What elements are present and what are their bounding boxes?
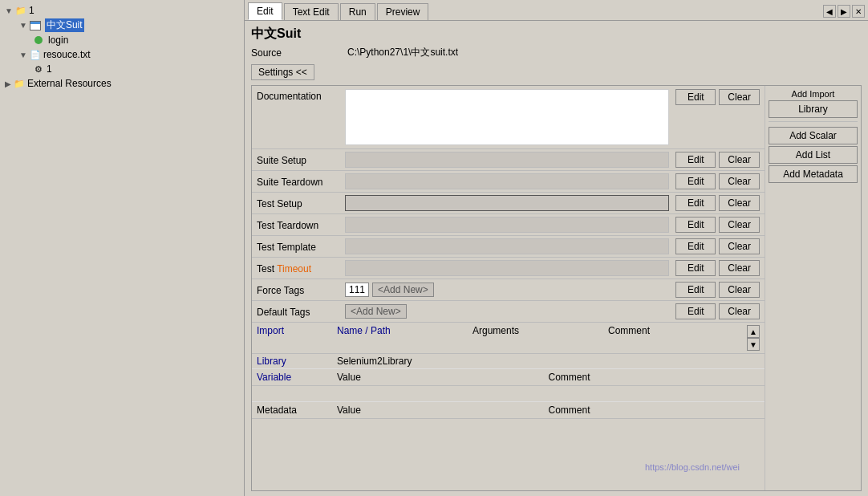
- doc-clear-btn[interactable]: Clear: [719, 89, 760, 105]
- default-tags-label: Default Tags: [257, 305, 345, 318]
- source-value: C:\Python27\1\中文suit.txt: [347, 46, 458, 59]
- test-teardown-row: Test Teardown Edit Clear: [252, 214, 765, 236]
- suite-teardown-input[interactable]: [345, 173, 669, 189]
- var-empty-3: [549, 388, 761, 400]
- test-setup-label: Test Setup: [257, 197, 345, 209]
- default-tags-row: Default Tags <Add New> Edit Clear: [252, 301, 765, 323]
- tab-prev-btn[interactable]: ◀: [823, 5, 836, 18]
- default-tags-clear-btn[interactable]: Clear: [719, 303, 760, 319]
- test-setup-btns: Edit Clear: [675, 195, 760, 211]
- metadata-col-val: Value: [337, 405, 549, 416]
- tree-item-root[interactable]: ▼ 📁 1: [3, 3, 241, 18]
- variable-col-val: Value: [337, 372, 549, 383]
- test-timeout-btns: Edit Clear: [675, 260, 760, 276]
- suite-teardown-edit-btn[interactable]: Edit: [675, 173, 716, 189]
- suite-setup-btns: Edit Clear: [675, 152, 760, 168]
- tab-close-btn[interactable]: ✕: [852, 5, 865, 18]
- test-template-input[interactable]: [345, 238, 669, 254]
- add-import-label: Add Import: [769, 89, 858, 99]
- expand-icon-external[interactable]: ▶: [5, 79, 11, 88]
- suite-icon: [29, 19, 42, 32]
- folder-icon: 📁: [14, 4, 27, 17]
- force-tags-edit-btn[interactable]: Edit: [675, 282, 716, 298]
- test-label-part: Test: [257, 263, 277, 274]
- settings-fields: Documentation Edit Clear Suite Setup: [252, 86, 765, 490]
- add-metadata-btn[interactable]: Add Metadata: [769, 165, 858, 183]
- tab-preview[interactable]: Preview: [377, 3, 429, 20]
- tree-item-external[interactable]: ▶ 📁 External Resources: [3, 76, 241, 91]
- variable-col-var: Variable: [257, 372, 337, 383]
- resource-icon: 📄: [29, 48, 42, 61]
- var-empty-2: [337, 388, 549, 400]
- doc-edit-btn[interactable]: Edit: [675, 89, 716, 105]
- test-teardown-clear-btn[interactable]: Clear: [719, 217, 760, 233]
- default-tags-edit-btn[interactable]: Edit: [675, 303, 716, 319]
- tree-item-suite[interactable]: ▼ 中文Suit: [3, 18, 241, 33]
- settings-button[interactable]: Settings <<: [251, 64, 314, 80]
- tree-item-gear[interactable]: ⚙ 1: [3, 62, 241, 76]
- external-folder-icon: 📁: [13, 77, 26, 90]
- tab-text-edit[interactable]: Text Edit: [284, 3, 339, 20]
- add-list-btn[interactable]: Add List: [769, 146, 858, 164]
- force-tags-add-new[interactable]: <Add New>: [372, 283, 434, 297]
- resource-label: resouce.txt: [43, 49, 91, 60]
- tab-next-btn[interactable]: ▶: [838, 5, 850, 18]
- timeout-colored-label: Timeout: [277, 263, 311, 274]
- documentation-label: Documentation: [257, 89, 345, 102]
- default-tags-btns: Edit Clear: [675, 303, 760, 319]
- documentation-textarea[interactable]: [345, 89, 669, 145]
- import-name-selenium[interactable]: Selenium2Library: [337, 356, 478, 367]
- suite-teardown-btns: Edit Clear: [675, 173, 760, 189]
- login-label: login: [48, 35, 68, 46]
- suite-setup-label: Suite Setup: [257, 153, 345, 166]
- suite-setup-clear-btn[interactable]: Clear: [719, 152, 760, 168]
- test-teardown-input[interactable]: [345, 217, 669, 233]
- default-tags-add-new[interactable]: <Add New>: [345, 304, 407, 319]
- test-teardown-edit-btn[interactable]: Edit: [675, 217, 716, 233]
- test-setup-row: Test Setup Edit Clear: [252, 193, 765, 214]
- default-tags-area: <Add New>: [345, 304, 669, 319]
- tree-item-resource[interactable]: ▼ 📄 resouce.txt: [3, 47, 241, 62]
- left-tree-panel: ▼ 📁 1 ▼ 中文Suit login ▼ 📄 resouce.txt ⚙: [0, 0, 245, 496]
- suite-teardown-clear-btn[interactable]: Clear: [719, 173, 760, 189]
- expand-icon-resource[interactable]: ▼: [19, 51, 27, 59]
- force-tag-chip[interactable]: 111: [345, 283, 369, 297]
- test-template-clear-btn[interactable]: Clear: [719, 238, 760, 254]
- test-timeout-label: Test Timeout: [257, 262, 345, 274]
- import-type-library[interactable]: Library: [257, 356, 337, 367]
- suite-setup-input[interactable]: [345, 152, 669, 168]
- force-tags-area: 111 <Add New>: [345, 283, 669, 297]
- right-action-sidebar: Add Import Library Add Scalar Add List A…: [765, 86, 861, 490]
- tree-item-login[interactable]: login: [3, 33, 241, 47]
- add-scalar-btn[interactable]: Add Scalar: [769, 127, 858, 144]
- test-timeout-edit-btn[interactable]: Edit: [675, 260, 716, 276]
- green-dot-icon: [32, 34, 45, 47]
- scroll-up-btn[interactable]: ▲: [747, 325, 760, 338]
- scroll-down-btn[interactable]: ▼: [747, 338, 760, 351]
- test-template-label: Test Template: [257, 240, 345, 253]
- test-timeout-input[interactable]: [345, 260, 669, 276]
- test-setup-input[interactable]: [345, 195, 669, 211]
- force-tags-clear-btn[interactable]: Clear: [719, 282, 760, 298]
- tab-edit[interactable]: Edit: [248, 2, 282, 20]
- tree-label: 1: [29, 5, 34, 16]
- suite-setup-edit-btn[interactable]: Edit: [675, 152, 716, 168]
- suite-teardown-label: Suite Teardown: [257, 175, 345, 188]
- tab-bar: Edit Text Edit Run Preview ◀ ▶ ✕: [245, 0, 868, 21]
- test-template-edit-btn[interactable]: Edit: [675, 238, 716, 254]
- import-comment-empty: [619, 356, 760, 367]
- expand-icon-suite[interactable]: ▼: [19, 21, 27, 30]
- test-timeout-clear-btn[interactable]: Clear: [719, 260, 760, 276]
- external-label: External Resources: [27, 78, 112, 89]
- tab-run[interactable]: Run: [340, 3, 375, 20]
- variable-col-comment: Comment: [549, 372, 761, 383]
- variable-header-row: Variable Value Comment: [252, 369, 765, 386]
- doc-btn-group: Edit Clear: [675, 89, 760, 105]
- expand-icon[interactable]: ▼: [5, 6, 13, 15]
- import-col-args: Arguments: [473, 325, 608, 351]
- import-data-row-library: Library Selenium2Library: [252, 354, 765, 369]
- variable-empty-row: [252, 386, 765, 402]
- library-btn[interactable]: Library: [769, 100, 858, 118]
- test-setup-edit-btn[interactable]: Edit: [675, 195, 716, 211]
- test-setup-clear-btn[interactable]: Clear: [719, 195, 760, 211]
